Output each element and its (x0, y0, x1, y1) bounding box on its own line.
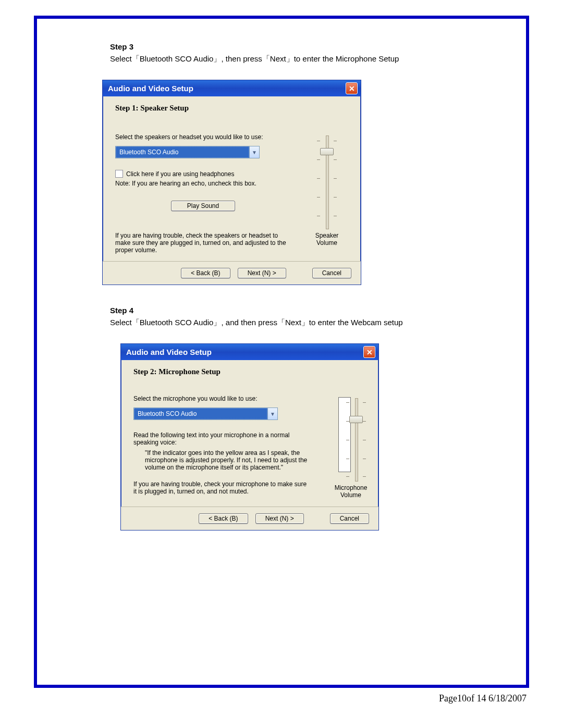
dialog2-right-column: Microphone Volume (321, 395, 368, 499)
checkbox-icon[interactable] (115, 170, 123, 178)
microphone-select-value: Bluetooth SCO Audio (134, 408, 267, 419)
slider-thumb-icon[interactable] (320, 148, 334, 155)
next-button[interactable]: Next (N) > (238, 268, 286, 278)
dialog2-footer: < Back (B) Next (N) > Cancel (121, 507, 378, 530)
chevron-down-icon[interactable]: ▼ (249, 146, 259, 158)
slider-track-icon (355, 398, 358, 482)
echo-note: Note: If you are hearing an echo, unchec… (115, 180, 291, 187)
dialog2-titlebar[interactable]: Audio and Video Setup ✕ (121, 344, 378, 360)
headphones-checkbox-row[interactable]: Click here if you are using headphones (115, 170, 291, 178)
dialog1-left-column: Select the speakers or headset you would… (115, 133, 291, 254)
cancel-button[interactable]: Cancel (330, 513, 369, 524)
slider-thumb-icon[interactable] (349, 416, 363, 423)
speaker-volume-label: Speaker Volume (315, 232, 339, 247)
speaker-volume-slider[interactable] (315, 135, 339, 229)
document-page: Step 3 Select「Bluetooth SCO Audio」, then… (34, 16, 529, 688)
dialog2-step-title: Step 2: Microphone Setup (133, 367, 368, 376)
mic-read-quote: "If the indicator goes into the yellow a… (133, 449, 309, 471)
mic-read-intro: Read the following text into your microp… (133, 431, 309, 446)
dialog1-step-title: Step 1: Speaker Setup (115, 104, 350, 113)
step4-caption: Select「Bluetooth SCO Audio」, and then pr… (110, 318, 505, 328)
step3-block: Step 3 Select「Bluetooth SCO Audio」, then… (110, 42, 505, 64)
next-button[interactable]: Next (N) > (255, 513, 304, 524)
dialog1-titlebar[interactable]: Audio and Video Setup ✕ (103, 80, 361, 96)
speaker-select-value: Bluetooth SCO Audio (116, 146, 249, 158)
step4-block: Step 4 Select「Bluetooth SCO Audio」, and … (110, 306, 505, 328)
dialog2-left-column: Select the microphone you would like to … (133, 395, 309, 499)
dialog2-body: Step 2: Microphone Setup Select the micr… (121, 360, 378, 507)
mic-trouble-text: If you are having trouble, check your mi… (133, 480, 309, 495)
mic-prompt: Select the microphone you would like to … (133, 395, 309, 402)
close-icon[interactable]: ✕ (363, 346, 375, 358)
dialog1-body: Step 1: Speaker Setup Select the speaker… (103, 96, 361, 261)
dialog1-footer: < Back (B) Next (N) > Cancel (103, 261, 361, 285)
speaker-setup-dialog: Audio and Video Setup ✕ Step 1: Speaker … (102, 80, 361, 285)
play-sound-button[interactable]: Play Sound (171, 201, 235, 211)
dialog2-title: Audio and Video Setup (126, 348, 212, 356)
step3-caption: Select「Bluetooth SCO Audio」, then press「… (110, 54, 505, 64)
step4-heading: Step 4 (110, 306, 505, 315)
chevron-down-icon[interactable]: ▼ (267, 408, 277, 419)
speaker-prompt: Select the speakers or headset you would… (115, 133, 291, 141)
page-footer: Page10of 14 6/18/2007 (0, 693, 527, 704)
close-icon[interactable]: ✕ (346, 82, 358, 94)
back-button[interactable]: < Back (B) (199, 513, 248, 524)
microphone-select[interactable]: Bluetooth SCO Audio ▼ (133, 408, 278, 420)
speaker-trouble-text: If you are having trouble, check the spe… (115, 232, 291, 254)
speaker-select[interactable]: Bluetooth SCO Audio ▼ (115, 146, 260, 158)
mic-volume-label: Microphone Volume (335, 485, 368, 499)
dialog1-right-column: Speaker Volume (303, 133, 350, 254)
headphones-checkbox-label: Click here if you are using headphones (126, 170, 234, 178)
microphone-setup-dialog: Audio and Video Setup ✕ Step 2: Micropho… (120, 343, 379, 530)
mic-volume-slider[interactable] (344, 398, 368, 482)
mic-read-block: Read the following text into your microp… (133, 431, 309, 471)
cancel-button[interactable]: Cancel (312, 268, 351, 278)
dialog1-title: Audio and Video Setup (108, 84, 193, 93)
step3-heading: Step 3 (110, 42, 505, 51)
back-button[interactable]: < Back (B) (181, 268, 230, 278)
